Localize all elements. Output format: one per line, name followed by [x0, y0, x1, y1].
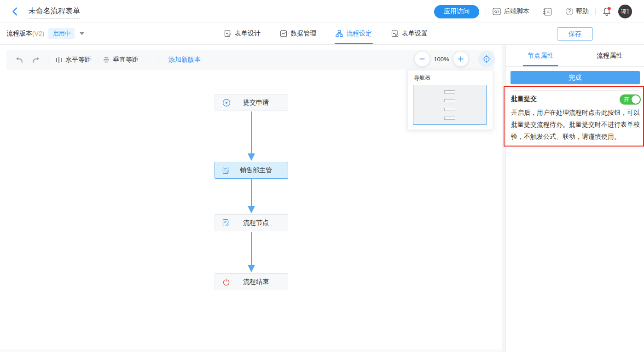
minimap-connector: [450, 94, 450, 99]
properties-panel: 节点属性 流程属性 完成: [505, 45, 644, 352]
svg-text:A: A: [547, 9, 550, 14]
help-label: 帮助: [576, 7, 589, 16]
tab-form-design[interactable]: 表单设计: [224, 23, 261, 44]
flow-node-sales-manager[interactable]: 销售部主管: [215, 162, 288, 179]
version-tag: (V2): [32, 30, 44, 37]
version-label: 流程版本: [6, 29, 32, 38]
node-label: 提交申请: [215, 94, 288, 111]
zoom-out-button[interactable]: [415, 52, 429, 66]
node-label: 流程节点: [215, 215, 288, 231]
translate-button[interactable]: A: [543, 7, 552, 16]
zoom-level: 100%: [429, 56, 453, 63]
tab-flow-properties[interactable]: 流程属性: [575, 45, 644, 66]
locate-button[interactable]: [478, 51, 495, 67]
crosshair-icon: [482, 54, 491, 64]
horizontal-spacing-icon: [56, 57, 62, 63]
top-header: 未命名流程表单 应用访问 后端脚本 A ? 帮助: [0, 0, 644, 23]
minimap-connector: [450, 102, 450, 108]
flow-node-process[interactable]: 流程节点: [215, 214, 288, 231]
bell-icon: [602, 6, 612, 17]
tab-flow-settings[interactable]: 流程设定: [336, 23, 372, 44]
tab-label: 流程设定: [346, 29, 372, 38]
redo-button[interactable]: [32, 57, 41, 64]
flow-node-submit[interactable]: 提交申请: [215, 94, 288, 111]
divider: [48, 56, 48, 64]
sub-header: 流程版本(V2) 启用中 表单设计 数据管理 流程设定: [0, 23, 644, 45]
flow-canvas[interactable]: 水平等距 垂直等距 添加新版本: [0, 45, 502, 352]
divider: [510, 90, 639, 91]
toggle-knob: [632, 95, 640, 104]
divider: [158, 56, 158, 64]
horizontal-spacing-label: 水平等距: [65, 56, 91, 64]
zoom-in-button[interactable]: [453, 52, 468, 66]
vertical-spacing-label: 垂直等距: [113, 56, 139, 64]
batch-submit-title: 批量提交: [511, 95, 537, 103]
tab-data-management[interactable]: 数据管理: [280, 23, 316, 44]
horizontal-spacing-button[interactable]: 水平等距: [56, 56, 91, 64]
flow-node-end[interactable]: 流程结束: [215, 273, 288, 290]
form-design-icon: [224, 30, 232, 37]
vertical-spacing-button[interactable]: 垂直等距: [103, 56, 139, 64]
help-icon: ?: [566, 8, 573, 15]
data-chart-icon: [280, 30, 287, 37]
undo-button[interactable]: [15, 57, 23, 64]
avatar[interactable]: 谭1: [618, 5, 632, 18]
help-button[interactable]: ? 帮助: [566, 7, 589, 16]
tab-form-settings[interactable]: 表单设置: [391, 23, 428, 44]
flow-chart-icon: [336, 30, 343, 37]
minus-icon: [419, 56, 425, 62]
divider: [510, 142, 639, 142]
toggle-on-label: 开: [624, 96, 629, 103]
backend-script-label: 后端脚本: [504, 7, 529, 16]
tab-node-properties[interactable]: 节点属性: [506, 45, 575, 66]
minimap-connector: [450, 111, 450, 117]
undo-icon: [15, 57, 23, 64]
tab-label: 数据管理: [290, 29, 316, 38]
zoom-controls: 100%: [415, 51, 495, 67]
function-tabs: 表单设计 数据管理 流程设定 表单设置: [224, 23, 428, 44]
app-access-button[interactable]: 应用访问: [434, 5, 479, 18]
batch-submit-toggle[interactable]: 开: [620, 94, 641, 105]
navigator-panel: 导航器: [407, 70, 493, 130]
main-area: 水平等距 垂直等距 添加新版本: [0, 45, 644, 352]
translate-icon: A: [543, 7, 552, 16]
code-icon: [493, 8, 501, 15]
done-button[interactable]: 完成: [511, 71, 640, 84]
tab-label: 表单设计: [235, 29, 261, 38]
save-button[interactable]: 保存: [557, 27, 593, 41]
version-selector[interactable]: 流程版本(V2) 启用中: [6, 23, 84, 44]
divider: [559, 8, 559, 15]
divider: [486, 8, 486, 15]
header-actions: 应用访问 后端脚本 A ? 帮助: [434, 0, 632, 23]
back-button[interactable]: [10, 6, 20, 17]
navigator-title: 导航器: [408, 70, 493, 85]
panel-tabs: 节点属性 流程属性: [506, 45, 644, 67]
backend-script-button[interactable]: 后端脚本: [493, 7, 529, 16]
status-badge: 启用中: [48, 28, 75, 39]
page-title[interactable]: 未命名流程表单: [29, 6, 80, 19]
vertical-spacing-icon: [103, 57, 110, 63]
minimap-node: [444, 108, 455, 111]
redo-icon: [32, 57, 41, 64]
chevron-down-icon: [80, 32, 84, 35]
plus-icon: [458, 56, 464, 62]
vertical-scrollbar[interactable]: [502, 45, 505, 352]
node-label: 销售部主管: [215, 162, 288, 178]
batch-submit-description: 开启后，用户在处理流程时点击此按钮，可以批量提交流程待办。批量提交时不进行表单校…: [511, 106, 642, 142]
tab-label: 表单设置: [402, 29, 428, 38]
divider: [595, 8, 596, 15]
add-version-link[interactable]: 添加新版本: [168, 56, 201, 64]
horizontal-scrollbar[interactable]: [0, 349, 502, 352]
divider: [536, 8, 536, 15]
node-label: 流程结束: [215, 274, 288, 290]
form-settings-icon: [391, 30, 399, 37]
navigator-minimap[interactable]: [413, 85, 487, 125]
minimap-node: [444, 90, 455, 94]
chevron-left-icon: [10, 6, 20, 17]
minimap-node: [444, 99, 455, 102]
minimap-node: [444, 117, 455, 120]
minimap-flow-preview: [413, 90, 486, 120]
notification-bell-button[interactable]: [602, 6, 612, 17]
app-root: 未命名流程表单 应用访问 后端脚本 A ? 帮助: [0, 0, 644, 352]
